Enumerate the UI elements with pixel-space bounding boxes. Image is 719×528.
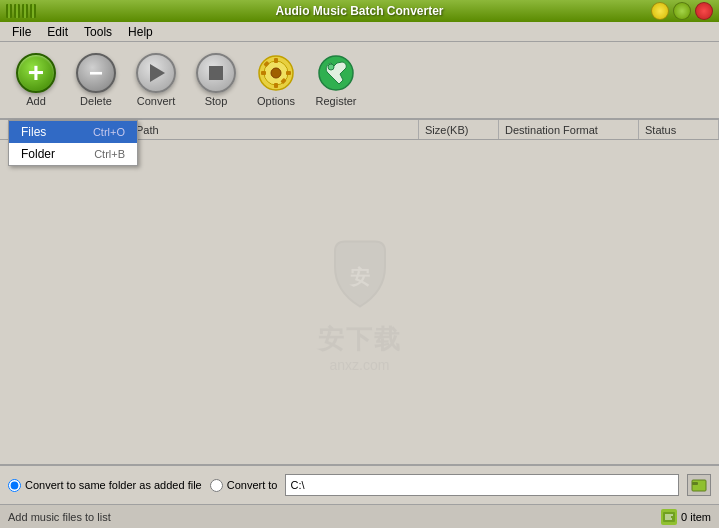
title-center: Audio Music Batch Converter xyxy=(0,4,719,18)
options-button[interactable]: Options xyxy=(248,46,304,114)
stop-label: Stop xyxy=(205,95,228,107)
title-stripe2 xyxy=(14,4,20,18)
play-arrow xyxy=(150,64,165,82)
options-label: Options xyxy=(257,95,295,107)
col-size-header: Size(KB) xyxy=(419,120,499,139)
delete-label: Delete xyxy=(80,95,112,107)
count-icon xyxy=(661,509,677,525)
convert-circle xyxy=(136,53,176,93)
browse-button[interactable] xyxy=(687,474,711,496)
status-text: Add music files to list xyxy=(8,511,111,523)
svg-rect-5 xyxy=(286,71,291,75)
dropdown-files-shortcut: Ctrl+O xyxy=(93,126,125,138)
radio-same-folder[interactable] xyxy=(8,479,21,492)
status-bar: Add music files to list 0 item xyxy=(0,504,719,528)
svg-rect-2 xyxy=(274,58,278,63)
dropdown-folder[interactable]: Folder Ctrl+B xyxy=(9,143,137,165)
title-stripe xyxy=(6,4,12,18)
watermark: 安 安下载 anxz.com xyxy=(315,232,405,373)
main-area: Path Size(KB) Destination Format Status … xyxy=(0,120,719,464)
menu-help[interactable]: Help xyxy=(120,23,161,41)
maximize-button[interactable] xyxy=(673,2,691,20)
stop-icon xyxy=(196,53,236,93)
toolbar: + Add − Delete Convert Stop xyxy=(0,42,719,120)
col-status-header: Status xyxy=(639,120,719,139)
radio-group-1: Convert to same folder as added file xyxy=(8,479,202,492)
menu-file[interactable]: File xyxy=(4,23,39,41)
register-button[interactable]: Register xyxy=(308,46,364,114)
item-count: 0 item xyxy=(661,509,711,525)
watermark-svg: 安 xyxy=(315,232,405,322)
register-icon xyxy=(316,53,356,93)
menu-tools[interactable]: Tools xyxy=(76,23,120,41)
svg-rect-3 xyxy=(274,83,278,88)
col-dest-header: Destination Format xyxy=(499,120,639,139)
options-icon xyxy=(256,53,296,93)
stop-square xyxy=(209,66,223,80)
close-button[interactable] xyxy=(695,2,713,20)
add-icon: + xyxy=(16,53,56,93)
browse-icon xyxy=(691,477,707,493)
convert-label: Convert xyxy=(137,95,176,107)
add-dropdown: Files Ctrl+O Folder Ctrl+B xyxy=(8,120,138,166)
output-area: Convert to same folder as added file Con… xyxy=(0,464,719,504)
title-stripe4 xyxy=(30,4,36,18)
add-button[interactable]: + Add xyxy=(8,46,64,114)
radio-same-folder-label[interactable]: Convert to same folder as added file xyxy=(25,479,202,491)
stop-circle xyxy=(196,53,236,93)
delete-icon: − xyxy=(76,53,116,93)
dropdown-files-label: Files xyxy=(21,125,46,139)
table-content: 安 安下载 anxz.com xyxy=(0,140,719,464)
dropdown-folder-label: Folder xyxy=(21,147,55,161)
register-label: Register xyxy=(316,95,357,107)
radio-convert-to[interactable] xyxy=(210,479,223,492)
dropdown-folder-shortcut: Ctrl+B xyxy=(94,148,125,160)
convert-icon xyxy=(136,53,176,93)
delete-circle: − xyxy=(76,53,116,93)
add-circle: + xyxy=(16,53,56,93)
watermark-cn: 安下载 xyxy=(318,322,402,357)
svg-rect-12 xyxy=(692,480,706,491)
radio-convert-to-label[interactable]: Convert to xyxy=(227,479,278,491)
window-title: Audio Music Batch Converter xyxy=(0,4,719,18)
minimize-button[interactable] xyxy=(651,2,669,20)
convert-button[interactable]: Convert xyxy=(128,46,184,114)
radio-group-2: Convert to xyxy=(210,479,278,492)
title-bar: Audio Music Batch Converter xyxy=(0,0,719,22)
menu-edit[interactable]: Edit xyxy=(39,23,76,41)
add-label: Add xyxy=(26,95,46,107)
item-count-text: 0 item xyxy=(681,511,711,523)
svg-rect-13 xyxy=(692,482,698,485)
svg-rect-4 xyxy=(261,71,266,75)
watermark-url: anxz.com xyxy=(330,357,390,373)
stop-button[interactable]: Stop xyxy=(188,46,244,114)
delete-button[interactable]: − Delete xyxy=(68,46,124,114)
col-path-header: Path xyxy=(130,120,419,139)
output-path-input[interactable] xyxy=(285,474,679,496)
options-svg xyxy=(257,54,295,92)
svg-point-10 xyxy=(328,64,334,70)
title-stripe3 xyxy=(22,4,28,18)
title-bar-left xyxy=(6,4,36,18)
svg-text:安: 安 xyxy=(349,266,370,288)
dropdown-files[interactable]: Files Ctrl+O xyxy=(9,121,137,143)
register-svg xyxy=(317,54,355,92)
menu-bar: File Edit Tools Help xyxy=(0,22,719,42)
svg-point-8 xyxy=(271,68,281,78)
window-controls xyxy=(651,2,713,20)
count-svg xyxy=(662,510,676,524)
